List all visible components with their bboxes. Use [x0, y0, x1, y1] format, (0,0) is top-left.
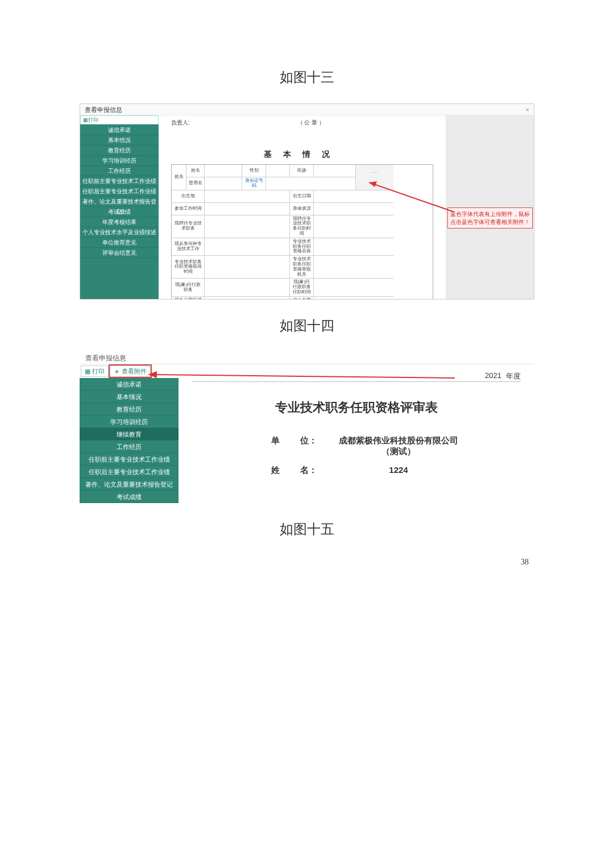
cell	[314, 238, 393, 256]
year-value: 2021	[485, 371, 501, 381]
sidebar-item[interactable]: 单位推荐意见	[80, 238, 159, 248]
sidebar-item[interactable]: 年度考核结果	[80, 217, 159, 227]
cell	[314, 279, 393, 296]
page-number: 38	[521, 558, 529, 567]
basic-info-grid: 姓名 姓名 性别 民族 ------· · · ·------ 曾用名 身份证号…	[171, 164, 433, 300]
fzr-label: 负责人:	[171, 119, 190, 127]
sidebar-item[interactable]: 任职前主要专业技术工作业绩	[80, 453, 179, 466]
sidebar-item[interactable]: 工作经历	[80, 166, 159, 176]
sidebar-item[interactable]: 教育经历	[80, 146, 159, 156]
link-cell[interactable]: 身份证号码	[242, 177, 266, 190]
sidebar-item[interactable]: 工作经历	[80, 441, 179, 453]
tip-annotation: 蓝色字体代表有上传附件，鼠标点击蓝色字体可查看相关附件！	[447, 207, 533, 229]
print-button[interactable]: ▦ 打印	[81, 366, 109, 377]
cell: 现(兼)任行政职务	[172, 279, 205, 296]
cell: 性别	[242, 165, 266, 177]
sidebar-item[interactable]: 评审会结意见	[80, 248, 159, 258]
cell: 专业技术职务任职资格取得时间	[172, 256, 205, 279]
sidebar-item[interactable]: 个人专业技术水平及业绩综述	[80, 227, 159, 238]
unit-label: 单位：	[249, 435, 317, 457]
sidebar-item[interactable]: 考试成绩	[80, 207, 159, 217]
cell: 专业技术职务任职资格名称	[290, 238, 314, 256]
form-title: 专业技术职务任职资格评审表	[192, 399, 521, 416]
section-title: 基本情况	[171, 149, 433, 160]
cell	[314, 256, 393, 279]
cell: 出生日期	[290, 190, 314, 203]
unit-value: 成都紫极伟业科技股份有限公司（测试）	[333, 435, 464, 457]
cell	[314, 190, 393, 203]
sidebar-item[interactable]: 诚信承诺	[80, 378, 179, 391]
photo-placeholder: ------· · · ·------	[356, 165, 393, 190]
cell	[266, 165, 290, 177]
cell	[205, 177, 242, 190]
cell: 身体状况	[290, 203, 314, 215]
sidebar-item[interactable]: 学习培训经历	[80, 156, 159, 166]
sidebar-item[interactable]: 诚信承诺	[80, 125, 159, 135]
cell: 现办公室电话号	[172, 297, 205, 300]
cell: 姓名	[186, 165, 205, 177]
caption-14: 如图十四	[80, 317, 534, 335]
sidebar-item[interactable]: 著作、论文及重要技术报告登记	[80, 478, 179, 491]
sidebar: ▦ 打印 诚信承诺 基本情况 教育经历 学习培训经历 工作经历 任职前主要专业技…	[80, 115, 159, 299]
year-suffix: 年度	[506, 371, 521, 381]
sidebar-item[interactable]: 任职后主要专业技术工作业绩	[80, 186, 159, 197]
cell: 专业技术职务任职资格审批机关	[290, 256, 314, 279]
cell: 现(兼)任行政职务任职时间	[290, 279, 314, 296]
cell	[205, 165, 242, 177]
stamp-label: （ 公 章 ）	[297, 119, 325, 127]
plus-icon: ＋	[114, 367, 120, 376]
name-value: 1224	[333, 465, 464, 476]
sidebar-item[interactable]: 任职前主要专业技术工作业绩	[80, 176, 159, 186]
cell	[314, 297, 393, 300]
figure-13: 查看申报信息 × ▦ 打印 诚信承诺 基本情况 教育经历 学习培训经历 工作经历…	[80, 103, 534, 300]
cell	[205, 203, 290, 215]
caption-13: 如图十三	[80, 68, 534, 86]
cell: 民族	[290, 165, 314, 177]
cell	[205, 279, 290, 296]
cell: 曾用名	[186, 177, 205, 190]
grid-icon: ▦	[83, 117, 88, 123]
modal-title: 查看申报信息	[85, 104, 122, 115]
main-panel: 负责人: （ 公 章 ） 基本情况 姓名 姓名 性别 民族 ------· · …	[159, 115, 446, 299]
caption-15: 如图十五	[80, 520, 534, 538]
sidebar-item[interactable]: 基本情况	[80, 391, 179, 403]
cell	[266, 177, 356, 190]
cell: 现聘任专业技术职务任职时间	[290, 215, 314, 238]
main-panel: 2021 年度 专业技术职务任职资格评审表 单位： 成都紫极伟业科技股份有限公司…	[179, 364, 534, 503]
cell	[205, 238, 290, 256]
modal-title: 查看申报信息	[80, 352, 534, 364]
sidebar-item[interactable]: 考试成绩	[80, 491, 179, 503]
figure-14: 查看申报信息 ▦ 打印 ＋ 查看附件 诚信承诺基本情况教育经历学习培训经历继续教…	[80, 352, 534, 503]
cell	[314, 215, 393, 238]
sidebar-item[interactable]: 基本情况	[80, 135, 159, 146]
cell	[314, 203, 393, 215]
sidebar-item[interactable]: 学习培训经历	[80, 416, 179, 428]
close-icon[interactable]: ×	[526, 104, 529, 115]
cell	[205, 215, 290, 238]
print-button[interactable]: ▦ 打印	[80, 115, 159, 124]
sidebar-item[interactable]: 任职后主要专业技术工作业绩	[80, 466, 179, 478]
cell-xm: 姓名	[172, 165, 186, 190]
cell: 现聘任专业技术职务	[172, 215, 205, 238]
view-attachment-button[interactable]: ＋ 查看附件	[110, 366, 151, 377]
cell	[205, 297, 290, 300]
name-label: 姓名：	[249, 465, 317, 476]
grid-icon: ▦	[85, 368, 90, 375]
cell: 参加工作时间	[172, 203, 205, 215]
cell	[205, 256, 290, 279]
cell: 现从事何种专业技术工作	[172, 238, 205, 256]
cell	[314, 165, 356, 177]
cell: 他人办室电话号	[290, 297, 314, 300]
sidebar: ▦ 打印 ＋ 查看附件 诚信承诺基本情况教育经历学习培训经历继续教育工作经历任职…	[80, 364, 179, 503]
cell: 出生地	[172, 190, 205, 203]
sidebar-item[interactable]: 继续教育	[80, 428, 179, 441]
cell	[205, 190, 290, 203]
sidebar-item[interactable]: 著作、论文及重要技术报告登记	[80, 197, 159, 207]
sidebar-item[interactable]: 教育经历	[80, 403, 179, 416]
